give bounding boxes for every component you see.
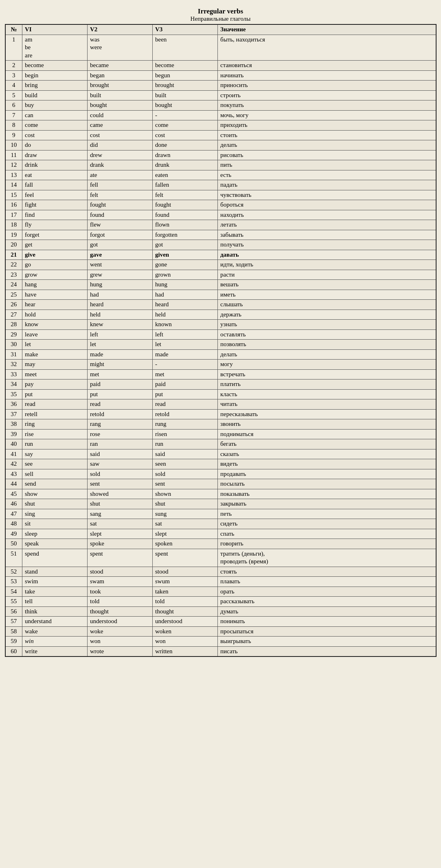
table-row: 34paypaidpaidплатить xyxy=(5,379,436,390)
cell-v2: came xyxy=(88,120,153,131)
cell-v2: brought xyxy=(88,81,153,91)
col-header-v1: VI xyxy=(22,24,88,35)
table-row: 5buildbuiltbuiltстроить xyxy=(5,90,436,100)
cell-num: 11 xyxy=(5,150,22,160)
cell-num: 5 xyxy=(5,90,22,100)
cell-v3: given xyxy=(153,250,218,260)
cell-v1: sing xyxy=(22,509,88,519)
cell-v3: paid xyxy=(153,379,218,390)
cell-num: 2 xyxy=(5,61,22,71)
cell-meaning: могу xyxy=(218,360,436,370)
cell-meaning: посылать xyxy=(218,479,436,489)
cell-v2: understood xyxy=(88,617,153,627)
cell-v3: bought xyxy=(153,100,218,111)
cell-v1: buy xyxy=(22,100,88,111)
cell-v2: drank xyxy=(88,160,153,170)
cell-v3: fought xyxy=(153,200,218,210)
cell-v1: may xyxy=(22,360,88,370)
cell-v3: forgotten xyxy=(153,230,218,240)
cell-v2: began xyxy=(88,70,153,81)
table-row: 2becomebecamebecomeстановиться xyxy=(5,61,436,71)
cell-v2: became xyxy=(88,61,153,71)
cell-meaning: орать xyxy=(218,587,436,597)
cell-meaning: делать xyxy=(218,349,436,360)
cell-v2: ate xyxy=(88,170,153,180)
cell-v3: made xyxy=(153,349,218,360)
cell-meaning: рассказывать xyxy=(218,597,436,607)
cell-meaning: падать xyxy=(218,180,436,190)
cell-v3: gone xyxy=(153,260,218,270)
cell-v2: let xyxy=(88,340,153,350)
table-row: 35putputputкласть xyxy=(5,389,436,399)
cell-num: 39 xyxy=(5,429,22,439)
table-row: 51spendspentspentтратить (деньги),провод… xyxy=(5,549,436,567)
cell-meaning: оставлять xyxy=(218,329,436,340)
cell-v1: have xyxy=(22,290,88,300)
cell-v3: read xyxy=(153,399,218,410)
cell-v3: sung xyxy=(153,509,218,519)
cell-v3: found xyxy=(153,210,218,220)
cell-num: 46 xyxy=(5,499,22,509)
cell-meaning: чувствовать xyxy=(218,190,436,200)
cell-v3: built xyxy=(153,90,218,100)
table-row: 18flyflewflownлетать xyxy=(5,220,436,230)
cell-v2: did xyxy=(88,140,153,150)
cell-v1: say xyxy=(22,449,88,459)
table-row: 28knowknewknownузнать xyxy=(5,320,436,330)
cell-meaning: тратить (деньги),проводить (время) xyxy=(218,549,436,567)
cell-v3: slept xyxy=(153,529,218,539)
cell-num: 16 xyxy=(5,200,22,210)
cell-v2: rose xyxy=(88,429,153,439)
cell-meaning: писать xyxy=(218,646,436,656)
cell-meaning: класть xyxy=(218,389,436,399)
table-row: 23growgrewgrownрасти xyxy=(5,270,436,280)
cell-num: 26 xyxy=(5,300,22,310)
cell-meaning: платить xyxy=(218,379,436,390)
cell-num: 42 xyxy=(5,459,22,469)
cell-v3: woken xyxy=(153,626,218,637)
table-row: 14fallfellfallenпадать xyxy=(5,180,436,190)
table-row: 37retellretoldretoldпересказывать xyxy=(5,409,436,419)
cell-num: 37 xyxy=(5,409,22,419)
cell-meaning: петь xyxy=(218,509,436,519)
cell-v2: had xyxy=(88,290,153,300)
cell-v3: sold xyxy=(153,469,218,479)
cell-v2: wrote xyxy=(88,646,153,656)
table-row: 38ringrangrungзвонить xyxy=(5,419,436,430)
cell-v1: become xyxy=(22,61,88,71)
cell-v2: waswere xyxy=(88,35,153,61)
cell-v2: read xyxy=(88,399,153,410)
cell-num: 33 xyxy=(5,369,22,379)
cell-v1: take xyxy=(22,587,88,597)
table-row: 4bringbroughtbroughtприносить xyxy=(5,81,436,91)
cell-v2: swam xyxy=(88,577,153,587)
cell-v1: write xyxy=(22,646,88,656)
cell-v2: felt xyxy=(88,190,153,200)
cell-v1: stand xyxy=(22,567,88,577)
cell-v1: think xyxy=(22,606,88,617)
cell-v1: get xyxy=(22,240,88,250)
table-header-row: № VI V2 V3 Значение xyxy=(5,24,436,35)
cell-v1: hang xyxy=(22,280,88,290)
cell-v1: put xyxy=(22,389,88,399)
cell-meaning: узнать xyxy=(218,320,436,330)
table-row: 22gowentgoneидти, ходить xyxy=(5,260,436,270)
cell-v3: had xyxy=(153,290,218,300)
cell-num: 45 xyxy=(5,489,22,499)
cell-meaning: рисовать xyxy=(218,150,436,160)
cell-v3: flown xyxy=(153,220,218,230)
cell-num: 52 xyxy=(5,567,22,577)
cell-v2: sold xyxy=(88,469,153,479)
cell-v1: build xyxy=(22,90,88,100)
table-row: 49sleepsleptsleptспать xyxy=(5,529,436,539)
cell-meaning: сказать xyxy=(218,449,436,459)
cell-meaning: приходить xyxy=(218,120,436,131)
cell-meaning: иметь xyxy=(218,290,436,300)
title-main: Irregular verbs xyxy=(5,7,437,15)
cell-v3: told xyxy=(153,597,218,607)
cell-v2: forgot xyxy=(88,230,153,240)
cell-num: 41 xyxy=(5,449,22,459)
cell-meaning: продавать xyxy=(218,469,436,479)
cell-v1: bring xyxy=(22,81,88,91)
cell-v1: give xyxy=(22,250,88,260)
